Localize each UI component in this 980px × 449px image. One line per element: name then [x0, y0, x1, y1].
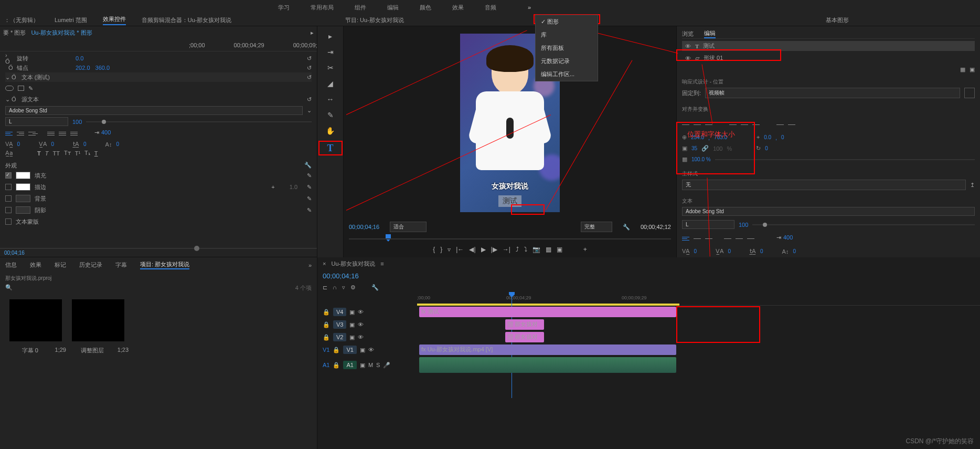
h-center[interactable] — [694, 120, 703, 129]
lock-icon[interactable]: 🔒 — [323, 321, 330, 328]
eyedropper-icon[interactable]: ✎ — [307, 195, 312, 202]
indent-value[interactable]: 400 — [101, 129, 111, 138]
align-right[interactable] — [28, 129, 38, 138]
anchor-x[interactable]: 202.0 — [76, 65, 90, 71]
extract-icon[interactable]: ⤵ — [524, 246, 527, 253]
settings-icon[interactable]: + — [583, 246, 587, 253]
scale-value[interactable]: 35 — [691, 145, 697, 151]
res-select[interactable]: 完整 — [581, 222, 612, 232]
clip-a1[interactable] — [419, 357, 676, 373]
slip-tool[interactable]: ↔ — [325, 93, 336, 105]
eg-align-center[interactable] — [694, 234, 703, 243]
eg-align-just3[interactable] — [747, 234, 757, 243]
eye-icon[interactable]: 👁 — [685, 55, 691, 61]
tab-lumetri[interactable]: Lumetri 范围 — [55, 16, 87, 24]
pin-box-icon[interactable] — [964, 88, 975, 98]
baseline-icon[interactable]: A̲a̲ — [5, 150, 13, 156]
v-mid[interactable] — [741, 120, 750, 129]
prop-source-text[interactable]: 源文本 — [22, 96, 39, 103]
align-bot[interactable] — [70, 129, 80, 138]
safe-margins-icon[interactable]: ▣ — [557, 246, 562, 253]
ellipse-icon[interactable] — [5, 86, 14, 91]
track-a1[interactable]: A1 — [343, 361, 356, 369]
pen-tool[interactable]: ✎ — [325, 109, 336, 121]
mark-out-icon[interactable]: } — [440, 246, 442, 253]
stroke-swatch[interactable] — [16, 183, 30, 191]
dd-all-panels[interactable]: 所有面板 — [536, 41, 598, 55]
wrench-icon[interactable]: 🔧 — [371, 284, 379, 291]
menu-more[interactable]: » — [528, 4, 531, 11]
eg-browse[interactable]: 浏览 — [682, 30, 694, 38]
tab-effects[interactable]: 效果 — [30, 261, 41, 269]
va-value[interactable]: 0 — [17, 141, 20, 147]
prop-anchor[interactable]: 锚点 — [17, 64, 28, 72]
new-layer-icon[interactable]: ▦ — [960, 66, 965, 73]
eg-size[interactable]: 100 — [739, 222, 748, 228]
opacity-value[interactable]: 100.0 % — [691, 156, 711, 162]
menu-edit[interactable]: 编辑 — [387, 4, 399, 12]
bin-thumb-1[interactable] — [9, 299, 62, 341]
group-icon[interactable]: ▣ — [970, 66, 975, 73]
ec-clip[interactable]: Uu-那女孩对我说 * 图形 — [31, 29, 92, 37]
menu-layout[interactable]: 常用布局 — [311, 4, 334, 12]
ta-value[interactable]: 0 — [83, 141, 87, 147]
clip-v3[interactable]: ▦ 那女孩对我 — [505, 319, 544, 330]
prev-edit-icon[interactable]: |← — [456, 246, 464, 253]
align-top[interactable] — [47, 129, 57, 138]
clip-v2[interactable]: ▦ 那女孩对我 — [505, 332, 544, 342]
lock-icon[interactable]: 🔒 — [333, 362, 340, 369]
indent-icon[interactable]: ⇥ — [776, 234, 781, 243]
snap-icon[interactable]: ⊏ — [323, 284, 327, 291]
font-size[interactable]: 100 — [72, 119, 82, 125]
eg-va2[interactable]: 0 — [728, 248, 731, 254]
mark-in-icon[interactable]: { — [433, 246, 435, 253]
v-top[interactable] — [729, 120, 739, 129]
eye-icon[interactable]: 👁 — [358, 309, 364, 315]
play-icon[interactable]: ▶ — [481, 246, 486, 253]
bin-thumb-2[interactable] — [72, 299, 124, 341]
viewer[interactable]: 女孩对我说 测试 — [344, 26, 676, 220]
prop-rotation[interactable]: 旋转 — [17, 55, 28, 62]
compare-icon[interactable]: ▦ — [546, 246, 551, 253]
font-select[interactable]: Adobe Song Std — [5, 106, 303, 115]
tab-effect-controls[interactable]: 效果控件 — [103, 15, 126, 25]
allcaps-icon[interactable]: TT — [52, 150, 59, 156]
link-icon[interactable]: 🔗 — [701, 145, 709, 152]
smallcaps-icon[interactable]: Tᴛ — [64, 150, 71, 156]
mute-button[interactable]: M — [368, 362, 373, 368]
superscript-icon[interactable]: T¹ — [75, 150, 80, 156]
h-left[interactable] — [682, 120, 691, 129]
hand-tool[interactable]: ✋ — [325, 125, 336, 137]
solo-button[interactable]: S — [376, 362, 380, 368]
eyedropper-icon[interactable]: ✎ — [307, 184, 312, 191]
ec-source[interactable]: 要 * 图形 — [3, 29, 26, 37]
ec-time-ruler[interactable]: ;00;00 00;00;04;29 00;00;09;29 00;00;14;… — [0, 39, 317, 51]
leading-value[interactable]: 0 — [116, 141, 119, 147]
anchor-y[interactable]: 360.0 — [95, 65, 110, 71]
subtitle-2[interactable]: 测试 — [498, 195, 521, 207]
dd-graphics[interactable]: 图形 — [536, 15, 598, 28]
prop-text[interactable]: 文本 (测试) — [22, 74, 50, 81]
tab-captions[interactable]: 字幕 — [115, 261, 127, 269]
track-v1[interactable]: V1 — [343, 346, 356, 354]
layer-text[interactable]: 👁T测试 — [682, 41, 975, 51]
underline-icon[interactable]: T — [94, 150, 98, 156]
weight-select[interactable]: L — [5, 117, 68, 126]
lift-icon[interactable]: ⤴ — [516, 246, 519, 253]
va2-value[interactable]: 0 — [51, 141, 54, 147]
eg-va[interactable]: 0 — [694, 248, 697, 254]
export-frame-icon[interactable]: 📷 — [532, 246, 540, 253]
shadow-checkbox[interactable] — [5, 207, 12, 213]
tab-markers[interactable]: 标记 — [55, 261, 66, 269]
track-v2[interactable]: V2 — [333, 333, 346, 341]
settings-tl-icon[interactable]: ⚙ — [350, 284, 356, 291]
search-icon[interactable]: 🔍 — [5, 284, 13, 292]
stroke-width[interactable]: 1.0 — [290, 184, 297, 190]
tab-history[interactable]: 历史记录 — [79, 261, 102, 269]
tab-project[interactable]: 项目: 那女孩对我说 — [140, 260, 189, 269]
tab-program[interactable]: 节目: Uu-那女孩对我说 — [345, 16, 404, 24]
clip-v1[interactable]: fx Uu-那女孩对我说.mp4 [V] — [419, 344, 676, 355]
align-center[interactable] — [17, 129, 26, 138]
layer-shape[interactable]: 👁▱形状 01 — [682, 53, 975, 63]
rot-value[interactable]: 0 — [765, 145, 768, 151]
